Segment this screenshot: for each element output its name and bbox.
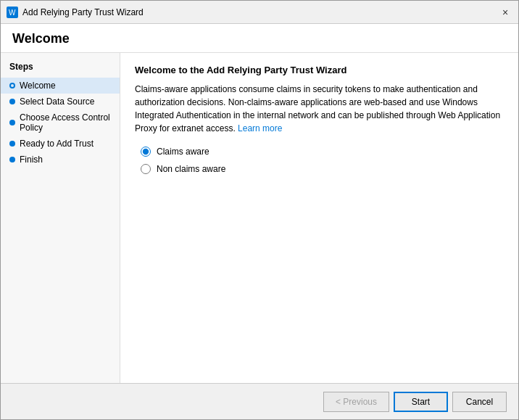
sidebar-item-welcome[interactable]: Welcome <box>1 78 120 94</box>
footer: < Previous Start Cancel <box>1 383 518 419</box>
title-bar-text: Add Relying Party Trust Wizard <box>22 7 498 17</box>
main-title: Welcome to the Add Relying Party Trust W… <box>135 65 504 75</box>
content-area: Steps Welcome Select Data Source Choose … <box>1 52 518 383</box>
wizard-window: W Add Relying Party Trust Wizard × Welco… <box>0 0 519 420</box>
page-title: Welcome <box>1 24 518 52</box>
sidebar-label-ready: Ready to Add Trust <box>20 139 94 149</box>
radio-claims-aware[interactable]: Claims aware <box>141 147 504 157</box>
sidebar-label-finish: Finish <box>20 155 43 165</box>
description-text: Claims-aware applications consume claims… <box>135 84 500 133</box>
sidebar-item-select-data-source[interactable]: Select Data Source <box>1 94 120 110</box>
step-indicator-welcome <box>9 83 15 88</box>
radio-input-claims-aware[interactable] <box>141 147 151 157</box>
radio-label-claims-aware: Claims aware <box>157 147 209 157</box>
close-button[interactable]: × <box>498 5 512 20</box>
title-bar: W Add Relying Party Trust Wizard × <box>1 1 518 24</box>
sidebar-item-finish[interactable]: Finish <box>1 152 120 168</box>
previous-button[interactable]: < Previous <box>323 392 389 412</box>
sidebar-label-choose-access: Choose Access Control Policy <box>20 112 111 133</box>
radio-group: Claims aware Non claims aware <box>135 147 504 174</box>
main-description: Claims-aware applications consume claims… <box>135 83 504 135</box>
sidebar-label-welcome: Welcome <box>20 81 56 91</box>
step-indicator-select-data-source <box>9 99 15 104</box>
sidebar-heading: Steps <box>1 62 120 78</box>
sidebar-item-choose-access[interactable]: Choose Access Control Policy <box>1 110 120 136</box>
cancel-button[interactable]: Cancel <box>452 392 507 412</box>
start-button[interactable]: Start <box>394 392 448 412</box>
main-panel: Welcome to the Add Relying Party Trust W… <box>120 53 518 383</box>
sidebar-item-ready[interactable]: Ready to Add Trust <box>1 136 120 152</box>
step-indicator-ready <box>9 141 15 147</box>
step-indicator-choose-access <box>9 120 15 125</box>
radio-non-claims-aware[interactable]: Non claims aware <box>141 164 504 174</box>
svg-text:W: W <box>9 9 16 17</box>
learn-more-link[interactable]: Learn more <box>238 123 282 133</box>
radio-input-non-claims-aware[interactable] <box>141 164 151 174</box>
step-indicator-finish <box>9 157 15 162</box>
sidebar: Steps Welcome Select Data Source Choose … <box>1 53 120 383</box>
sidebar-label-select-data-source: Select Data Source <box>20 96 94 107</box>
radio-label-non-claims-aware: Non claims aware <box>157 164 225 174</box>
wizard-icon: W <box>7 7 18 18</box>
